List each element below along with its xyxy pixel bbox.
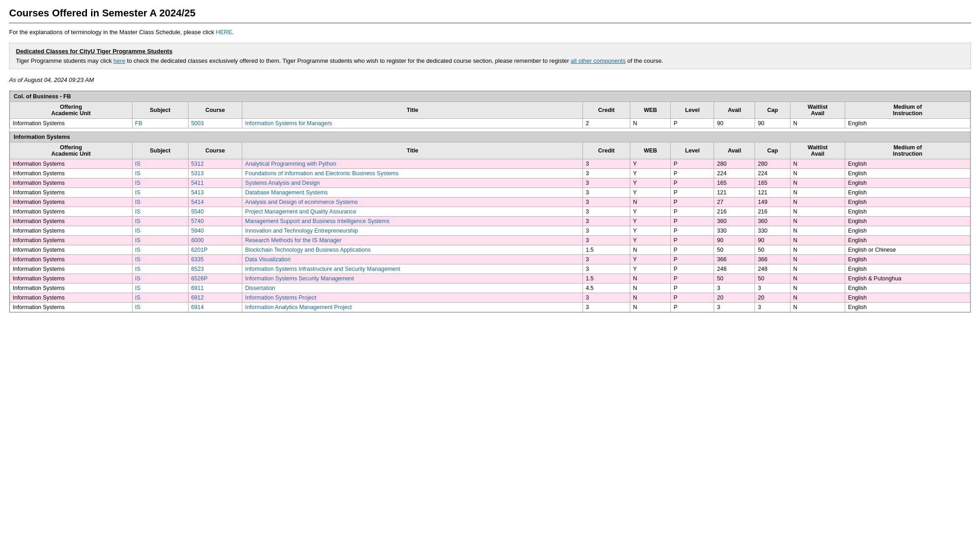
data-cell: Information Systems xyxy=(10,178,133,188)
subject-cell: IS xyxy=(132,217,188,226)
subject-link[interactable]: IS xyxy=(135,256,141,263)
subject-link[interactable]: IS xyxy=(135,180,141,186)
data-cell: English xyxy=(845,255,970,264)
data-cell: N xyxy=(630,303,671,312)
course-title-link[interactable]: Database Management Systems xyxy=(245,189,327,196)
course-num-link[interactable]: 6201P xyxy=(191,247,208,253)
data-cell: N xyxy=(790,293,845,303)
notice-link-here[interactable]: here xyxy=(113,57,125,64)
course-num-link[interactable]: 6526P xyxy=(191,275,208,282)
col-header-8: Cap xyxy=(755,102,791,119)
table-row: Information SystemsIS6201PBlockchain Tec… xyxy=(10,245,970,255)
col-header-0: OfferingAcademic Unit xyxy=(10,142,133,159)
data-cell: Y xyxy=(630,226,671,236)
data-cell: 3 xyxy=(583,293,630,303)
subject-link[interactable]: IS xyxy=(135,275,141,282)
data-cell: N xyxy=(790,226,845,236)
course-num-link[interactable]: 6914 xyxy=(191,304,204,310)
course-title-link[interactable]: Information Systems Infrastructure and S… xyxy=(245,266,400,272)
course-num-link[interactable]: 5413 xyxy=(191,189,204,196)
data-cell: 3 xyxy=(583,169,630,178)
table-row: Information SystemsIS5414Analysis and De… xyxy=(10,198,970,207)
table-row: Information SystemsIS6912Information Sys… xyxy=(10,293,970,303)
data-cell: P xyxy=(671,198,714,207)
subject-link[interactable]: IS xyxy=(135,218,141,224)
data-cell: Information Systems xyxy=(10,284,133,293)
course-num-cell: 5940 xyxy=(188,226,242,236)
subject-link[interactable]: FB xyxy=(135,120,143,127)
course-title-link[interactable]: Project Management and Quality Assurance xyxy=(245,208,356,215)
subject-link[interactable]: IS xyxy=(135,247,141,253)
col-header-3: Title xyxy=(242,142,583,159)
data-cell: English or Chinese xyxy=(845,245,970,255)
subject-link[interactable]: IS xyxy=(135,189,141,196)
course-num-link[interactable]: 6911 xyxy=(191,285,204,291)
course-title-cell: Information Systems Project xyxy=(242,293,583,303)
subject-link[interactable]: IS xyxy=(135,161,141,167)
course-title-link[interactable]: Management Support and Business Intellig… xyxy=(245,218,389,224)
notice-link-components[interactable]: all other components xyxy=(571,57,626,64)
subject-link[interactable]: IS xyxy=(135,228,141,234)
data-cell: P xyxy=(671,264,714,274)
course-num-cell: 6335 xyxy=(188,255,242,264)
course-title-link[interactable]: Analytical Programming with Python xyxy=(245,161,336,167)
subject-link[interactable]: IS xyxy=(135,199,141,205)
data-cell: N xyxy=(790,255,845,264)
course-title-link[interactable]: Foundations of Information and Electroni… xyxy=(245,170,398,177)
course-num-link[interactable]: 5312 xyxy=(191,161,204,167)
data-cell: English & Putonghua xyxy=(845,274,970,284)
data-cell: 165 xyxy=(714,178,755,188)
col-header-3: Title xyxy=(242,102,583,119)
course-num-link[interactable]: 5940 xyxy=(191,228,204,234)
course-num-link[interactable]: 6523 xyxy=(191,266,204,272)
course-num-cell: 6914 xyxy=(188,303,242,312)
course-num-link[interactable]: 6335 xyxy=(191,256,204,263)
course-num-link[interactable]: 5740 xyxy=(191,218,204,224)
course-title-link[interactable]: Information Analytics Management Project xyxy=(245,304,352,310)
col-header-1: Subject xyxy=(132,142,188,159)
course-title-cell: Research Methods for the IS Manager xyxy=(242,236,583,245)
subject-link[interactable]: IS xyxy=(135,294,141,301)
col-header-10: Medium ofInstruction xyxy=(845,142,970,159)
course-title-link[interactable]: Research Methods for the IS Manager xyxy=(245,237,342,244)
course-num-link[interactable]: 6912 xyxy=(191,294,204,301)
course-title-link[interactable]: Data Visualization xyxy=(245,256,291,263)
subject-link[interactable]: IS xyxy=(135,285,141,291)
subject-link[interactable]: IS xyxy=(135,304,141,310)
course-title-cell: Blockchain Technology and Business Appli… xyxy=(242,245,583,255)
course-num-link[interactable]: 5540 xyxy=(191,208,204,215)
course-title-link[interactable]: Systems Analysis and Design xyxy=(245,180,320,186)
subject-link[interactable]: IS xyxy=(135,208,141,215)
course-num-link[interactable]: 5414 xyxy=(191,199,204,205)
course-title-link[interactable]: Innovation and Technology Entrepreneursh… xyxy=(245,228,358,234)
course-num-link[interactable]: 6000 xyxy=(191,237,204,244)
data-cell: 3 xyxy=(583,198,630,207)
here-link[interactable]: HERE xyxy=(216,29,232,36)
data-cell: 20 xyxy=(714,293,755,303)
course-title-link[interactable]: Blockchain Technology and Business Appli… xyxy=(245,247,371,253)
course-title-link[interactable]: Analysis and Design of ecommerce Systems xyxy=(245,199,357,205)
course-num-link[interactable]: 5411 xyxy=(191,180,204,186)
subject-cell: IS xyxy=(132,159,188,169)
course-num-link[interactable]: 5313 xyxy=(191,170,204,177)
data-cell: 3 xyxy=(583,303,630,312)
course-title-link[interactable]: Dissertation xyxy=(245,285,275,291)
table-row: Information SystemsIS5312Analytical Prog… xyxy=(10,159,970,169)
subject-link[interactable]: IS xyxy=(135,237,141,244)
subject-cell: IS xyxy=(132,303,188,312)
data-cell: 90 xyxy=(755,119,791,128)
table-row: Information SystemsIS5313Foundations of … xyxy=(10,169,970,178)
subject-link[interactable]: IS xyxy=(135,266,141,272)
data-cell: Y xyxy=(630,264,671,274)
course-title-cell: Analytical Programming with Python xyxy=(242,159,583,169)
course-title-link[interactable]: Information Systems Security Management xyxy=(245,275,354,282)
data-cell: P xyxy=(671,293,714,303)
subject-link[interactable]: IS xyxy=(135,170,141,177)
course-title-link[interactable]: Information Systems for Managers xyxy=(245,120,332,127)
data-cell: Y xyxy=(630,169,671,178)
data-cell: 224 xyxy=(714,169,755,178)
course-num-link[interactable]: 5003 xyxy=(191,120,204,127)
col-header-6: Level xyxy=(671,102,714,119)
course-num-cell: 6912 xyxy=(188,293,242,303)
course-title-link[interactable]: Information Systems Project xyxy=(245,294,316,301)
